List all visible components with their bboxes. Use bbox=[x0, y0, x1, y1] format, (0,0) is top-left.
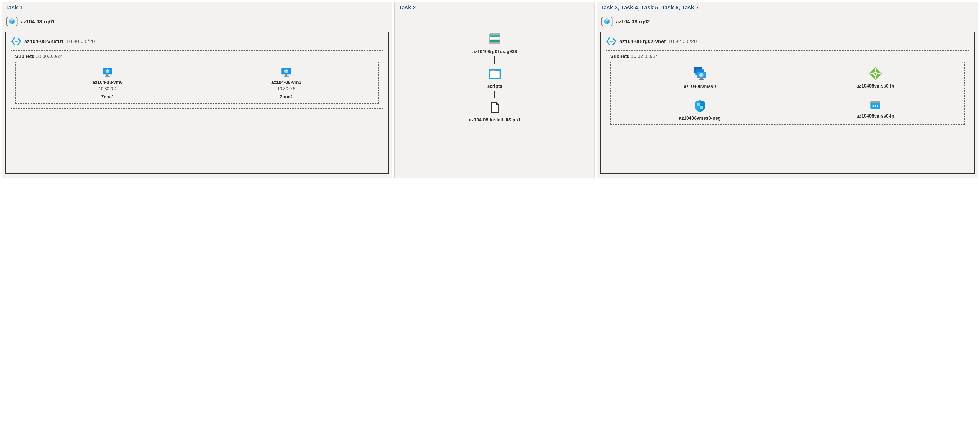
lb-name: az10408vmss0-lb bbox=[856, 83, 894, 89]
resource-group-icon bbox=[5, 15, 18, 28]
vnet01-name: az104-08-vnet01 bbox=[24, 38, 64, 45]
storage-name: az10408rg01diag938 bbox=[473, 49, 517, 54]
diagram-canvas: Task 1 az104-08-rg01 az104-08-vnet01 10.… bbox=[0, 0, 980, 180]
subnet0-box: Subnet0 10.80.0.0/24 az104-08-vm0 10.80.… bbox=[11, 50, 383, 109]
connector-line bbox=[495, 91, 495, 98]
subnet02-name: Subnet0 bbox=[610, 54, 629, 59]
subnet02-cidr: 10.82.0.0/24 bbox=[631, 54, 658, 59]
vm-icon bbox=[101, 66, 114, 79]
subnet0-name: Subnet0 bbox=[15, 54, 34, 59]
public-ip: az10408vmss0-ip bbox=[789, 99, 962, 121]
blob-container: scripts bbox=[487, 65, 503, 89]
vm1-ip: 10.80.0.5 bbox=[277, 86, 296, 91]
vnet01-box: az104-08-vnet01 10.80.0.0/20 Subnet0 10.… bbox=[5, 32, 388, 174]
connector-line bbox=[495, 56, 495, 64]
vnet01-header: az104-08-vnet01 10.80.0.0/20 bbox=[11, 36, 383, 47]
vm0-zone: Zone1 bbox=[101, 94, 114, 100]
subnet0-header: Subnet0 10.80.0.0/24 bbox=[15, 54, 379, 59]
script-file: az104-08-install_IIS.ps1 bbox=[469, 100, 520, 123]
container-name: scripts bbox=[487, 84, 503, 89]
subnet0-cidr: 10.80.0.0/24 bbox=[36, 54, 63, 59]
load-balancer: az10408vmss0-lb bbox=[789, 66, 962, 89]
vm1-name: az104-08-vm1 bbox=[271, 80, 301, 85]
vm0: az104-08-vm0 10.80.0.4 Zone1 bbox=[18, 66, 197, 100]
load-balancer-icon bbox=[868, 66, 883, 81]
vm-group: az104-08-vm0 10.80.0.4 Zone1 az104-08-vm… bbox=[15, 62, 379, 104]
vnet02-box: az104-08-rg02-vnet 10.82.0.0/20 Subnet0 … bbox=[600, 32, 975, 174]
vm1: az104-08-vm1 10.80.0.5 Zone2 bbox=[197, 66, 376, 100]
storage-icon bbox=[487, 30, 503, 47]
ip-name: az10408vmss0-ip bbox=[856, 113, 894, 119]
public-ip-icon bbox=[868, 99, 883, 112]
vnet02-name: az104-08-rg02-vnet bbox=[619, 38, 665, 45]
vmss-group: az10408vmss0 az10408vmss0-lb az10408vmss… bbox=[610, 62, 965, 125]
rg01-name: az104-08-rg01 bbox=[21, 19, 55, 25]
file-name: az104-08-install_IIS.ps1 bbox=[469, 117, 520, 123]
nsg: az10408vmss0-nsg bbox=[613, 99, 786, 121]
subnet02-header: Subnet0 10.82.0.0/24 bbox=[610, 54, 965, 59]
task3-panel: Task 3, Task 4, Task 5, Task 6, Task 7 a… bbox=[597, 2, 978, 178]
task1-title: Task 1 bbox=[5, 4, 388, 11]
resource-group-icon bbox=[600, 15, 613, 28]
vnet02-header: az104-08-rg02-vnet 10.82.0.0/20 bbox=[606, 36, 969, 47]
vnet01-cidr: 10.80.0.0/20 bbox=[66, 38, 95, 45]
vmss: az10408vmss0 bbox=[613, 66, 786, 89]
task2-title: Task 2 bbox=[399, 4, 591, 11]
file-icon bbox=[488, 100, 501, 115]
vm0-ip: 10.80.0.4 bbox=[99, 86, 117, 91]
rg02-header: az104-08-rg02 bbox=[600, 15, 975, 28]
vmss-icon bbox=[691, 66, 709, 82]
subnet02-box: Subnet0 10.82.0.0/24 az10408vmss0 az1040… bbox=[606, 50, 969, 167]
shield-icon bbox=[693, 99, 707, 113]
nsg-name: az10408vmss0-nsg bbox=[679, 115, 721, 121]
vnet02-cidr: 10.82.0.0/20 bbox=[668, 38, 697, 45]
vm-icon bbox=[280, 66, 293, 79]
task2-panel: Task 2 az10408rg01diag938 scripts az104-… bbox=[395, 2, 595, 178]
vmss-name: az10408vmss0 bbox=[684, 84, 716, 89]
vm1-zone: Zone2 bbox=[280, 94, 293, 100]
vnet-icon bbox=[606, 36, 617, 47]
vnet-icon bbox=[11, 36, 22, 47]
task3-title: Task 3, Task 4, Task 5, Task 6, Task 7 bbox=[600, 4, 975, 11]
container-icon bbox=[487, 65, 503, 81]
vm0-name: az104-08-vm0 bbox=[92, 80, 123, 85]
rg02-name: az104-08-rg02 bbox=[616, 19, 650, 25]
storage-account: az10408rg01diag938 bbox=[473, 30, 517, 54]
task1-panel: Task 1 az104-08-rg01 az104-08-vnet01 10.… bbox=[2, 2, 392, 178]
rg01-header: az104-08-rg01 bbox=[5, 15, 388, 28]
